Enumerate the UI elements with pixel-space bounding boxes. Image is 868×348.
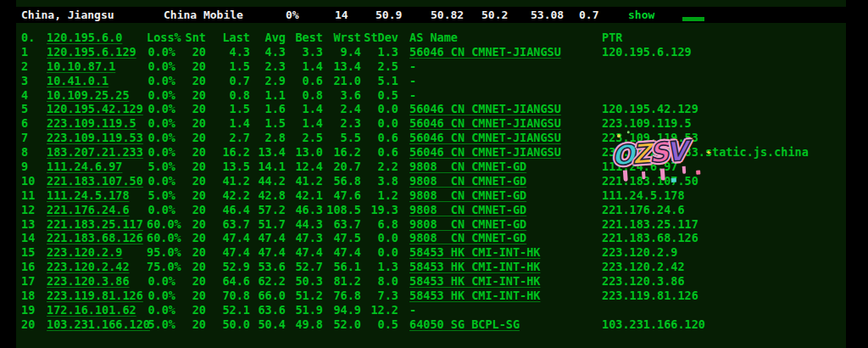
ip-cell[interactable]: 111.24.5.178	[47, 188, 147, 203]
ip-cell[interactable]: 221.183.25.117	[47, 217, 147, 232]
stdev-cell: 7.3	[361, 289, 398, 303]
asname-cell[interactable]: 56046 CN CMNET-JIANGSU	[409, 45, 602, 59]
asname-cell[interactable]: 56046 CN CMNET-JIANGSU	[409, 145, 602, 160]
hop-cell: 12	[21, 203, 47, 217]
mtr-row: 11111.24.5.1785.0%2042.242.842.147.61.29…	[16, 188, 864, 203]
ptr-cell	[602, 59, 864, 74]
ip-cell[interactable]: 103.231.166.120	[47, 317, 147, 332]
asname-cell: -	[409, 88, 602, 103]
stdev-cell: 2.2	[361, 160, 398, 174]
stat-value: 50.9	[376, 7, 402, 23]
ip-cell[interactable]: 120.195.6.0	[47, 31, 147, 45]
loss-cell: 5.0%	[147, 188, 175, 203]
wrst-cell: 52.0	[323, 317, 361, 332]
ip-cell[interactable]: 10.41.0.1	[47, 74, 147, 88]
loss-cell: 0.0%	[147, 274, 175, 289]
ip-cell[interactable]: 221.176.24.6	[47, 203, 147, 217]
last-cell: 4.3	[206, 45, 250, 59]
ip-cell[interactable]: 223.109.119.53	[47, 131, 147, 145]
asname-cell[interactable]: 58453 HK CMI-INT-HK	[409, 289, 602, 303]
hop-cell: 17	[21, 274, 47, 289]
loss-cell: Loss%	[147, 31, 175, 45]
ip-cell[interactable]: 221.183.68.126	[47, 231, 147, 245]
stdev-cell: 0.5	[361, 88, 398, 103]
stdev-cell: 1.3	[361, 45, 398, 59]
ip-cell[interactable]: 221.183.107.50	[47, 174, 147, 188]
ip-cell[interactable]: 223.119.81.126	[47, 289, 147, 303]
ip-cell[interactable]: 183.207.21.233	[47, 145, 147, 160]
best-cell: 49.8	[286, 317, 323, 332]
wrst-cell: 81.2	[323, 274, 361, 289]
stat-value: 50.82	[431, 7, 464, 23]
mtr-row: 10221.183.107.500.0%2041.244.241.256.83.…	[16, 174, 864, 188]
stdev-cell: 19.3	[361, 203, 398, 217]
asname-cell[interactable]: 9808 CN CMNET-GD	[409, 231, 602, 245]
ip-cell[interactable]: 223.120.2.42	[47, 260, 147, 274]
snt-cell: Snt	[175, 31, 206, 45]
hop-cell: 1	[21, 45, 47, 59]
hop-cell: 18	[21, 289, 47, 303]
asname-cell[interactable]: 58453 HK CMI-INT-HK	[409, 274, 602, 289]
hop-cell: 16	[21, 260, 47, 274]
wrst-cell: 2.4	[323, 102, 361, 116]
hop-cell: 3	[21, 74, 47, 88]
asname-cell[interactable]: 9808 CN CMNET-GD	[409, 160, 602, 174]
stdev-cell: 1.2	[361, 188, 398, 203]
asname-cell[interactable]: 9808 CN CMNET-GD	[409, 203, 602, 217]
ip-cell[interactable]: 120.195.42.129	[47, 102, 147, 116]
ip-cell[interactable]: 10.10.87.1	[47, 59, 147, 74]
best-cell: 50.3	[286, 274, 323, 289]
avg-cell: 14.1	[250, 160, 286, 174]
asname-cell[interactable]: 58453 HK CMI-INT-HK	[409, 260, 602, 274]
ptr-cell	[602, 88, 864, 103]
asname-cell[interactable]: 56046 CN CMNET-JIANGSU	[409, 131, 602, 145]
ip-cell[interactable]: 223.120.2.9	[47, 245, 147, 260]
ptr-cell: 233.21.207.183.static.js.china	[602, 145, 864, 160]
ptr-cell: PTR	[602, 31, 864, 45]
asname-cell[interactable]: 56046 CN CMNET-JIANGSU	[409, 102, 602, 116]
stdev-cell: 0.6	[361, 131, 398, 145]
snt-cell: 20	[175, 59, 206, 74]
ip-cell[interactable]: 223.109.119.5	[47, 116, 147, 131]
asname-cell[interactable]: 9808 CN CMNET-GD	[409, 188, 602, 203]
best-cell: 1.4	[286, 102, 323, 116]
mtr-table: 0.120.195.6.0Loss%SntLastAvgBestWrstStDe…	[16, 31, 864, 332]
wrst-cell: 47.6	[323, 188, 361, 203]
avg-cell: 62.2	[250, 274, 286, 289]
avg-cell: Avg	[250, 31, 286, 45]
asname-cell[interactable]: 56046 CN CMNET-JIANGSU	[409, 116, 602, 131]
stdev-cell: 0.0	[361, 245, 398, 260]
asname-cell: -	[409, 303, 602, 317]
ip-cell[interactable]: 172.16.101.62	[47, 303, 147, 317]
mtr-row: 5120.195.42.1290.0%201.51.61.42.40.05604…	[16, 102, 864, 116]
ptr-cell: 223.120.3.86	[602, 274, 864, 289]
last-cell: 0.7	[206, 74, 250, 88]
asname-cell[interactable]: 9808 CN CMNET-GD	[409, 174, 602, 188]
asname-cell[interactable]: 9808 CN CMNET-GD	[409, 217, 602, 232]
wrst-cell: 2.3	[323, 116, 361, 131]
stdev-cell: 12.2	[361, 303, 398, 317]
last-cell: 47.4	[206, 231, 250, 245]
mtr-row: 1120.195.6.1290.0%204.34.33.39.41.356046…	[16, 45, 864, 59]
ip-cell[interactable]: 10.109.25.25	[47, 88, 147, 103]
mtr-row: 16223.120.2.4275.0%2052.953.652.756.11.3…	[16, 260, 864, 274]
last-cell: 16.2	[206, 145, 250, 160]
loss-cell: 0.0%	[147, 74, 175, 88]
avg-cell: 2.9	[250, 74, 286, 88]
last-cell: 13.5	[206, 160, 250, 174]
ip-cell[interactable]: 120.195.6.129	[47, 45, 147, 59]
best-cell: 47.4	[286, 245, 323, 260]
ptr-cell: 103.231.166.120	[602, 317, 864, 332]
asname-cell[interactable]: 64050 SG BCPL-SG	[409, 317, 602, 332]
ip-cell[interactable]: 223.120.3.86	[47, 274, 147, 289]
best-cell: 46.3	[286, 203, 323, 217]
avg-cell: 63.6	[250, 303, 286, 317]
show-link[interactable]: show	[628, 7, 654, 23]
asname-cell[interactable]: 58453 HK CMI-INT-HK	[409, 245, 602, 260]
ip-cell[interactable]: 111.24.6.97	[47, 160, 147, 174]
progress-bar	[682, 17, 704, 21]
ptr-cell	[602, 303, 864, 317]
hop-cell: 2	[21, 59, 47, 74]
mtr-row: 18223.119.81.1260.0%2070.866.051.276.87.…	[16, 289, 864, 303]
snt-cell: 20	[175, 74, 206, 88]
